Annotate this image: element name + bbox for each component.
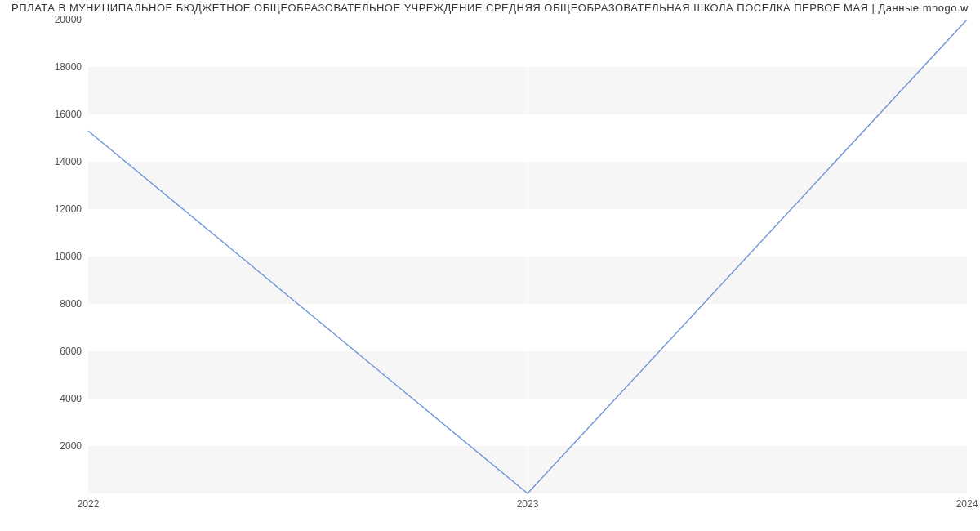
line-series: [88, 20, 967, 493]
y-tick-label: 4000: [8, 393, 82, 404]
chart-title: РПЛАТА В МУНИЦИПАЛЬНОЕ БЮДЖЕТНОЕ ОБЩЕОБР…: [0, 2, 980, 14]
y-tick-label: 16000: [8, 109, 82, 120]
y-tick-label: 20000: [8, 14, 82, 25]
x-tick-label: 2022: [78, 498, 100, 510]
y-tick-label: 2000: [8, 440, 82, 452]
y-tick-label: 18000: [8, 61, 82, 73]
y-tick-label: 10000: [8, 251, 82, 262]
y-tick-label: 6000: [8, 346, 82, 357]
x-tick-label: 2024: [956, 498, 978, 510]
x-tick-label: 2023: [517, 498, 539, 510]
y-tick-label: 8000: [8, 298, 82, 310]
y-tick-label: 12000: [8, 203, 82, 215]
y-tick-label: 14000: [8, 156, 82, 167]
plot-area: [88, 20, 967, 493]
